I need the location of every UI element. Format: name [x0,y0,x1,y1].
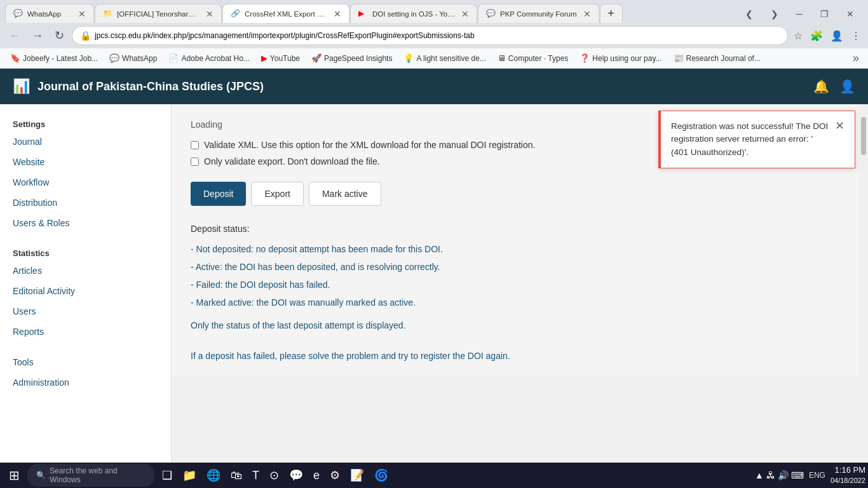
search-icon: 🔍 [36,471,46,480]
tab-youtube[interactable]: ▶ DOI setting in OJS - YouTube ✕ [350,4,477,23]
tab-pkp[interactable]: 💬 PKP Community Forum ✕ [478,4,599,23]
app-header: 📊 Journal of Pakistan-China Studies (JPC… [0,69,868,104]
tab-close-whatsapp[interactable]: ✕ [78,9,86,19]
refresh-button[interactable]: ↻ [51,26,68,45]
tray-network-icon[interactable]: 🖧 [766,470,775,480]
bookmark-star-icon[interactable]: ☆ [792,28,804,44]
chrome-icon[interactable]: ⊙ [266,466,283,485]
sidebar-item-reports[interactable]: Reports [0,322,171,342]
bookmark-whatsapp[interactable]: 💬 WhatsApp [104,51,162,65]
status-item-failed: - Failed: the DOI deposit has failed. [191,280,849,290]
store-icon[interactable]: 🛍 [227,466,246,485]
ie-icon[interactable]: e [309,466,323,485]
tab-close-crossref[interactable]: ✕ [334,9,341,19]
notes-icon[interactable]: 📝 [346,466,368,485]
notification-bell-icon[interactable]: 🔔 [813,79,829,94]
new-tab-button[interactable]: + [600,4,623,23]
settings-icon[interactable]: ⚙ [326,466,344,485]
browser-menu-icon[interactable]: ⋮ [849,28,863,44]
scrollbar[interactable] [859,104,868,463]
tab-close-youtube[interactable]: ✕ [461,9,469,19]
maximize-button[interactable]: ❐ [811,5,837,23]
bookmark-lightsensitive[interactable]: 💡 A light sensitive de... [398,51,491,65]
tab-bar: 💬 WhatsApp ✕ 📁 [OFFICIAL] Tenorshare 4DD… [0,0,868,23]
error-close-button[interactable]: ✕ [835,119,844,133]
tray-up-arrow[interactable]: ▲ [755,470,764,480]
sidebar-item-articles[interactable]: Articles [0,261,171,281]
tab-crossref[interactable]: 🔗 CrossRef XML Export Plugin ✕ [222,4,349,23]
sidebar-separator-2 [0,342,171,352]
error-notification-header: Registration was not successful! The DOI… [671,120,844,159]
export-button[interactable]: Export [251,182,303,206]
tab-whatsapp[interactable]: 💬 WhatsApp ✕ [5,4,94,23]
sidebar-item-administration[interactable]: Administration [0,372,171,393]
bookmark-pagespeed-label: PageSpeed Insights [324,54,392,63]
tray-keyboard-icon[interactable]: ⌨ [791,470,804,480]
error-notification: Registration was not successful! The DOI… [658,111,855,168]
minimize-button[interactable]: ─ [787,5,811,23]
sidebar-item-distribution[interactable]: Distribution [0,193,171,213]
mark-active-button[interactable]: Mark active [309,182,381,206]
scroll-thumb[interactable] [861,117,866,155]
bookmarks-bar: 🔖 Jobeefy - Latest Job... 💬 WhatsApp 📄 A… [0,48,868,69]
header-icons: 🔔 👤 [813,79,855,94]
sidebar-item-journal[interactable]: Journal [0,132,171,152]
validate-xml-checkbox[interactable] [191,141,199,149]
bookmarks-more-icon[interactable]: » [849,50,863,66]
tabs-area: 💬 WhatsApp ✕ 📁 [OFFICIAL] Tenorshare 4DD… [0,0,868,23]
bookmark-pagespeed[interactable]: 🚀 PageSpeed Insights [306,51,397,65]
bookmark-research[interactable]: 📰 Research Journal of... [668,51,766,65]
bookmark-jobeefy-label: Jobeefy - Latest Job... [23,54,98,63]
sidebar-separator-1 [0,233,171,243]
only-validate-checkbox[interactable] [191,158,199,166]
statistics-section-title: Statistics [0,243,171,261]
bookmark-jobeefy-icon: 🔖 [10,53,20,63]
edge-icon[interactable]: 🌐 [203,466,224,485]
bookmark-jobeefy[interactable]: 🔖 Jobeefy - Latest Job... [5,51,103,65]
bookmark-acrobat[interactable]: 📄 Adobe Acrobat Ho... [163,51,254,65]
close-button[interactable]: ✕ [837,5,863,23]
tab-nav-prev[interactable]: ❮ [736,5,762,23]
tab-close-pkp[interactable]: ✕ [583,9,591,19]
tab-icon-tenorshare: 📁 [103,9,113,19]
teams-icon[interactable]: T [248,466,263,485]
tray-volume-icon[interactable]: 🔊 [778,470,789,480]
page-wrapper: Registration was not successful! The DOI… [172,104,868,463]
content-scroll-area[interactable]: Registration was not successful! The DOI… [172,104,868,463]
bookmark-computer-types[interactable]: 🖥 Computer · Types [492,51,574,65]
sidebar-item-workflow[interactable]: Workflow [0,172,171,193]
deposit-button[interactable]: Deposit [191,182,246,206]
sidebar-item-editorial-activity[interactable]: Editorial Activity [0,281,171,301]
lock-icon: 🔒 [80,30,91,41]
extensions-icon[interactable]: 🧩 [808,28,825,44]
bookmark-light-label: A light sensitive de... [416,54,485,63]
profile-icon[interactable]: 👤 [829,28,845,44]
extra-icon[interactable]: 🌀 [370,466,392,485]
taskbar-search[interactable]: 🔍 Search the web and Windows [27,464,154,487]
forward-button[interactable]: → [28,27,47,45]
sidebar-item-users-roles[interactable]: Users & Roles [0,213,171,233]
sidebar-item-tools[interactable]: Tools [0,352,171,372]
user-profile-icon[interactable]: 👤 [839,79,855,94]
tab-nav-next[interactable]: ❯ [762,5,787,23]
sidebar-item-users[interactable]: Users [0,301,171,322]
url-bar[interactable]: 🔒 jpcs.cscp.edu.pk/index.php/jpcs/manage… [72,26,788,45]
wechat-icon[interactable]: 💬 [285,466,307,485]
tab-icon-whatsapp: 💬 [13,9,24,19]
bookmark-youtube-label: YouTube [270,54,300,63]
file-explorer-icon[interactable]: 📁 [179,466,200,485]
back-button[interactable]: ← [5,27,24,45]
tab-close-tenorshare[interactable]: ✕ [206,9,214,19]
task-view-icon[interactable]: ❑ [158,466,176,485]
bookmark-acrobat-label: Adobe Acrobat Ho... [181,54,249,63]
bookmark-youtube[interactable]: ▶ YouTube [256,51,305,65]
bookmark-computer-label: Computer · Types [508,54,569,63]
bookmark-help[interactable]: ❓ Help using our pay... [574,51,667,65]
start-button[interactable]: ⊞ [3,465,26,485]
bookmark-pagespeed-icon: 🚀 [311,53,322,63]
sidebar-item-website[interactable]: Website [0,152,171,172]
bookmark-help-icon: ❓ [580,53,590,63]
tab-tenorshare[interactable]: 📁 [OFFICIAL] Tenorshare 4DDiG ✕ [95,4,222,23]
main-content: Registration was not successful! The DOI… [172,104,868,376]
taskbar-time-value: 1:16 PM [831,464,865,476]
